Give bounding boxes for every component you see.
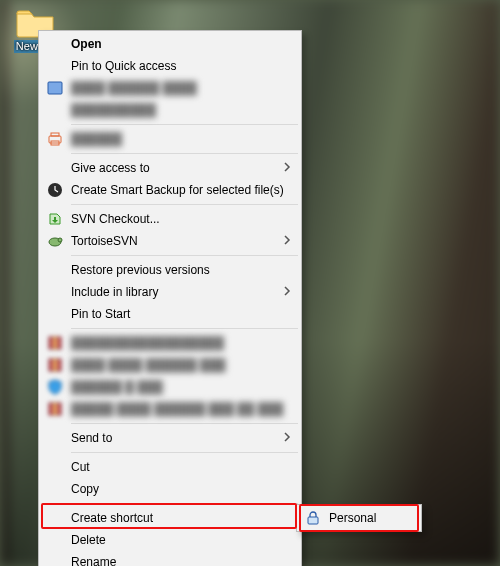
svn-checkout-icon <box>47 211 63 227</box>
lock-icon <box>305 510 321 526</box>
backup-icon <box>47 182 63 198</box>
separator <box>71 255 298 256</box>
menu-pin-quick-access[interactable]: Pin to Quick access <box>41 55 299 77</box>
svg-rect-8 <box>54 337 57 349</box>
svg-rect-2 <box>51 133 59 136</box>
menu-give-access-to[interactable]: Give access to <box>41 157 299 179</box>
menu-obscured-1[interactable]: ████ ██████ ████ <box>41 77 299 99</box>
submenu-personal[interactable]: Personal <box>299 507 419 529</box>
separator <box>71 153 298 154</box>
menu-pin-start[interactable]: Pin to Start <box>41 303 299 325</box>
svg-rect-0 <box>48 82 62 94</box>
menu-cut[interactable]: Cut <box>41 456 299 478</box>
archive-icon <box>47 401 63 417</box>
printer-icon <box>47 131 63 147</box>
menu-send-to[interactable]: Send to <box>41 427 299 449</box>
menu-smart-backup[interactable]: Create Smart Backup for selected file(s) <box>41 179 299 201</box>
menu-obscured-2[interactable]: ██████████ <box>41 99 299 121</box>
menu-copy[interactable]: Copy <box>41 478 299 500</box>
chevron-right-icon <box>281 234 293 246</box>
chevron-right-icon <box>281 285 293 297</box>
separator <box>71 423 298 424</box>
archive-icon <box>47 335 63 351</box>
menu-delete[interactable]: Delete <box>41 529 299 551</box>
shield-icon <box>47 379 63 395</box>
menu-obscured-6[interactable]: ██████ █ ███ <box>41 376 299 398</box>
svg-rect-13 <box>308 517 318 524</box>
menu-rename[interactable]: Rename <box>41 551 299 566</box>
svg-point-6 <box>58 238 62 242</box>
file-ownership-submenu: Personal <box>296 504 422 532</box>
menu-obscured-3[interactable]: ██████ <box>41 128 299 150</box>
context-menu: Open Pin to Quick access ████ ██████ ███… <box>38 30 302 566</box>
menu-tortoisesvn[interactable]: TortoiseSVN <box>41 230 299 252</box>
menu-open[interactable]: Open <box>41 33 299 55</box>
svg-rect-12 <box>54 403 57 415</box>
menu-obscured-4[interactable]: ██████████████████ <box>41 332 299 354</box>
menu-include-library[interactable]: Include in library <box>41 281 299 303</box>
separator <box>71 452 298 453</box>
tortoise-icon <box>47 233 63 249</box>
menu-obscured-7[interactable]: █████ ████ ██████ ███ ██ ███ <box>41 398 299 420</box>
svg-rect-10 <box>54 359 57 371</box>
menu-create-shortcut[interactable]: Create shortcut <box>41 507 299 529</box>
separator <box>71 204 298 205</box>
menu-obscured-5[interactable]: ████ ████ ██████ ███ <box>41 354 299 376</box>
app-icon <box>47 80 63 96</box>
separator <box>71 124 298 125</box>
separator <box>71 328 298 329</box>
archive-icon <box>47 357 63 373</box>
menu-restore-previous[interactable]: Restore previous versions <box>41 259 299 281</box>
separator <box>71 503 298 504</box>
chevron-right-icon <box>281 161 293 173</box>
chevron-right-icon <box>281 431 293 443</box>
menu-svn-checkout[interactable]: SVN Checkout... <box>41 208 299 230</box>
